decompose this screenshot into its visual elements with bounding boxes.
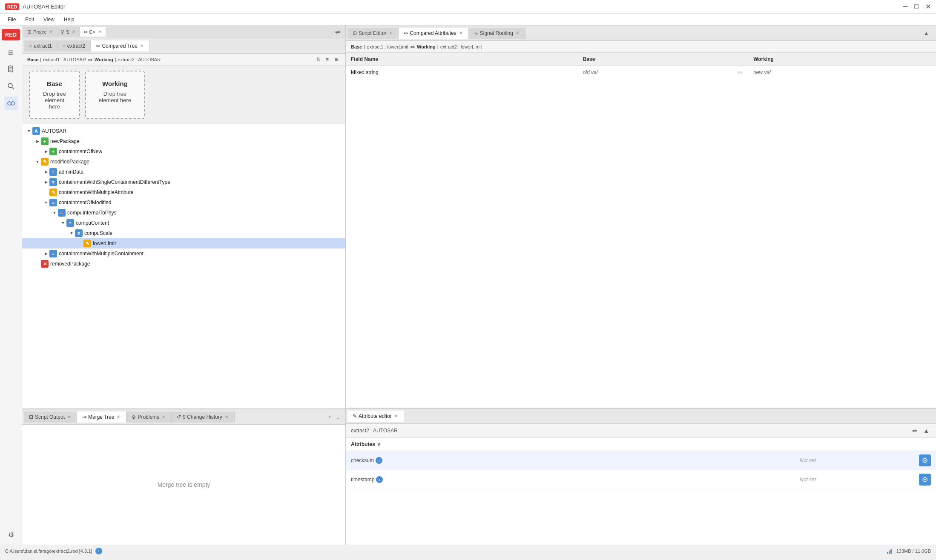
- change-history-label: 9 Change History: [183, 414, 222, 420]
- tab-extract2[interactable]: ≡ extract2: [57, 40, 91, 51]
- attr-editor-settings-btn[interactable]: ⇌: [910, 426, 919, 435]
- toggle-compuscale[interactable]: ▼: [68, 230, 75, 237]
- tree-node-compucontent[interactable]: ▼ ≡ compuContent: [22, 218, 345, 228]
- swap-btn[interactable]: ⇅: [315, 56, 322, 63]
- menu-file[interactable]: File: [3, 15, 20, 24]
- tab-script-editor[interactable]: ⊡ Script Editor ✕: [347, 28, 399, 39]
- tab-project[interactable]: ⊞ Projec ✕: [24, 27, 57, 37]
- attr-editor-collapse-btn[interactable]: ▲: [922, 426, 931, 435]
- tab-extract1[interactable]: ≡ extract1: [24, 40, 57, 51]
- tab-search[interactable]: ⚲ S ✕: [57, 27, 80, 37]
- status-bar: C:\Users\daniel.farago\extract2.red [4.3…: [0, 545, 936, 557]
- tree-node-admindata[interactable]: ▶ ≡ adminData: [22, 167, 345, 177]
- icon-containmentwithmultiplecontainment: ≡: [49, 250, 57, 257]
- project-tab-close[interactable]: ✕: [48, 29, 53, 34]
- tree-node-removedpackage[interactable]: ✕ removedPackage: [22, 259, 345, 269]
- compared-small-tab-close[interactable]: ✕: [97, 29, 102, 34]
- script-output-close[interactable]: ✕: [66, 414, 72, 419]
- tab-problems[interactable]: ⊘ Problems ✕: [126, 411, 172, 423]
- sidebar-icon-pages[interactable]: ⊞: [4, 46, 18, 59]
- compared-attributes-close[interactable]: ✕: [458, 31, 463, 35]
- export-btn[interactable]: ⊞: [333, 56, 340, 63]
- merge-tree-close[interactable]: ✕: [116, 414, 121, 419]
- sidebar-icon-search[interactable]: [4, 80, 18, 93]
- checksum-info-icon[interactable]: i: [376, 457, 382, 464]
- extract1-icon: ≡: [29, 43, 32, 49]
- sidebar-icon-compare[interactable]: [4, 97, 18, 110]
- tree-node-autosar[interactable]: ▼ A AUTOSAR: [22, 126, 345, 136]
- toggle-containmentofmodified[interactable]: ▼: [43, 199, 49, 206]
- change-history-close[interactable]: ✕: [224, 414, 229, 419]
- tab-merge-tree[interactable]: ⇥ Merge Tree ✕: [77, 411, 126, 423]
- drop-zone-base[interactable]: Base Drop treeelementhere: [29, 71, 80, 119]
- signal-routing-close[interactable]: ✕: [515, 31, 520, 35]
- status-info-icon[interactable]: i: [95, 548, 102, 554]
- search-tab-close[interactable]: ✕: [71, 29, 76, 34]
- toggle-autosar[interactable]: ▼: [26, 128, 32, 134]
- tab-compared-attributes[interactable]: ⇔ Compared Attributes ✕: [399, 28, 468, 39]
- tab-script-output[interactable]: ⊡ Script Output ✕: [24, 411, 77, 423]
- tree-node-containmentofmodified[interactable]: ▼ ≡ containmentOfModified: [22, 197, 345, 208]
- tree-node-containmentwithsingle[interactable]: ▶ ≡ containmentWithSingleContainmentDiff…: [22, 177, 345, 187]
- menu-edit[interactable]: Edit: [21, 15, 38, 24]
- tree-node-compuinternaltophys[interactable]: ▼ ≡ compuInternalToPhys: [22, 208, 345, 218]
- arrow-cell: ⇔: [731, 66, 748, 79]
- menu-view[interactable]: View: [39, 15, 59, 24]
- attr-editor-header-icons[interactable]: ⇌ ▲: [910, 426, 931, 435]
- tree-node-containmentofnew[interactable]: ▶ + containmentOfNew: [22, 146, 345, 157]
- tree-node-newpackage[interactable]: ▶ + newPackage: [22, 136, 345, 146]
- toggle-containmentwithmultiplecontainment[interactable]: ▶: [43, 250, 49, 257]
- tab-compared-tree[interactable]: ⇔ Compared Tree ✕: [91, 40, 149, 51]
- sidebar-icon-settings[interactable]: ⚙: [4, 528, 18, 541]
- toggle-admindata[interactable]: ▶: [43, 169, 49, 175]
- tab-compared-small[interactable]: ⇔ C« ✕: [80, 27, 106, 37]
- checksum-clear-btn[interactable]: [919, 454, 931, 466]
- compared-small-tab-label: C«: [89, 29, 95, 34]
- attr-section-expand[interactable]: ∨: [377, 441, 381, 447]
- tree-node-lowerlimit[interactable]: ✎ lowerLimit: [22, 238, 345, 249]
- toggle-modifiedpackage[interactable]: ▼: [34, 158, 41, 165]
- icon-newpackage: +: [41, 137, 49, 145]
- panels-row: ⊞ Projec ✕ ⚲ S ✕ ⇔ C« ✕ ⇌: [22, 26, 936, 545]
- problems-icon: ⊘: [132, 414, 136, 420]
- label-compucontent: compuContent: [76, 220, 109, 226]
- tab-change-history[interactable]: ↺ 9 Change History ✕: [172, 411, 235, 423]
- bottom-left-up-btn[interactable]: ↑: [327, 413, 333, 421]
- toggle-compucontent[interactable]: ▼: [60, 220, 66, 226]
- tree-node-containmentwithmultiplecontainment[interactable]: ▶ ≡ containmentWithMultipleContainment: [22, 249, 345, 259]
- svg-rect-12: [887, 552, 888, 554]
- col-arrow: [731, 53, 748, 66]
- menu-help[interactable]: Help: [60, 15, 79, 24]
- timestamp-clear-btn[interactable]: [919, 474, 931, 486]
- close-button[interactable]: ✕: [925, 3, 931, 11]
- bottom-left-down-btn[interactable]: ↓: [335, 413, 341, 421]
- icon-compuinternaltophys: ≡: [58, 209, 66, 217]
- script-editor-icon: ⊡: [353, 30, 357, 36]
- timestamp-value: Not set: [800, 477, 919, 483]
- toggle-newpackage[interactable]: ▶: [34, 138, 41, 145]
- attr-editor-close[interactable]: ✕: [393, 414, 399, 418]
- compared-small-tab-icon: ⇔: [83, 29, 88, 35]
- tree-node-modifiedpackage[interactable]: ▼ ✎ modifiedPackage: [22, 157, 345, 167]
- tree-node-compuscale[interactable]: ▼ ≡ compuScale: [22, 228, 345, 238]
- sidebar-icon-files[interactable]: [4, 63, 18, 76]
- toggle-containmentofnew[interactable]: ▶: [43, 148, 49, 155]
- maximize-button[interactable]: □: [914, 3, 919, 11]
- title-bar-controls[interactable]: ─ □ ✕: [903, 3, 931, 11]
- tab-signal-routing[interactable]: ∿ Signal Routing ✕: [469, 28, 525, 39]
- left-top-settings-btn[interactable]: ⇌: [332, 27, 344, 37]
- tree-node-containmentwithmultipleattr[interactable]: ▶ ✎ containmentWithMultipleAttribute: [22, 187, 345, 197]
- toggle-containmentwithsingle[interactable]: ▶: [43, 179, 49, 186]
- tab-attribute-editor[interactable]: ✎ Attribute editor ✕: [347, 411, 404, 422]
- attr-row-mixed-string[interactable]: Mixed string old val ⇔ new val: [346, 66, 936, 79]
- problems-close[interactable]: ✕: [161, 414, 166, 419]
- drop-zone-working[interactable]: Working Drop treeelement here: [85, 71, 145, 119]
- list-btn[interactable]: ≡: [324, 56, 330, 63]
- toggle-compuinternaltophys[interactable]: ▼: [51, 209, 58, 216]
- minimize-button[interactable]: ─: [903, 3, 907, 11]
- compared-tree-close[interactable]: ✕: [139, 43, 144, 48]
- script-editor-close[interactable]: ✕: [388, 31, 393, 35]
- timestamp-info-icon[interactable]: i: [376, 476, 383, 483]
- breadcrumb-right[interactable]: ⇅ ≡ ⊞: [315, 56, 340, 63]
- right-top-collapse-btn[interactable]: ▲: [922, 29, 931, 37]
